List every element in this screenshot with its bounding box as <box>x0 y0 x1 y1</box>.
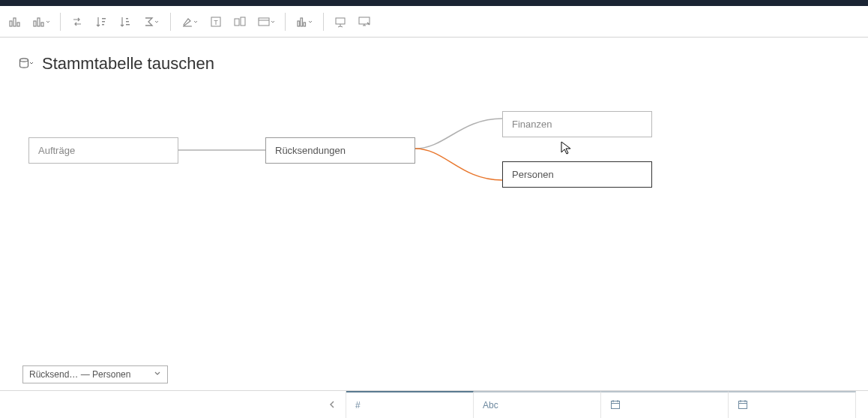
toolbar: T <box>0 6 868 38</box>
node-label: Personen <box>512 169 554 180</box>
content-area: Stammtabelle tauschen Aufträge Rücksendu… <box>0 38 868 359</box>
toolbar-chart-dropdown-icon[interactable] <box>28 11 54 32</box>
chevron-down-icon <box>154 369 161 380</box>
toolbar-sigma-icon[interactable] <box>139 11 164 32</box>
svg-rect-3 <box>34 21 36 26</box>
grid-col-date[interactable] <box>729 391 856 418</box>
grid-col-number[interactable]: # <box>346 391 474 418</box>
svg-rect-26 <box>612 401 620 408</box>
svg-rect-2 <box>17 23 19 26</box>
svg-rect-8 <box>102 24 104 26</box>
toolbar-presentation-icon[interactable] <box>330 11 351 32</box>
svg-rect-0 <box>10 21 12 26</box>
svg-rect-1 <box>13 18 16 26</box>
toolbar-highlight-icon[interactable] <box>177 11 202 32</box>
toolbar-sort-desc-icon[interactable] <box>115 11 136 32</box>
data-grid-header: # Abc <box>0 390 868 418</box>
toolbar-separator <box>285 13 286 31</box>
page-title: Stammtabelle tauschen <box>42 54 214 74</box>
node-label: Rücksendungen <box>275 145 346 156</box>
toolbar-sort-asc-icon[interactable] <box>91 11 112 32</box>
text-type-icon: Abc <box>483 400 498 410</box>
toolbar-chart-add-icon[interactable] <box>4 11 25 32</box>
svg-rect-19 <box>298 21 300 26</box>
chevron-left-icon <box>329 400 335 409</box>
database-icon[interactable] <box>18 56 33 71</box>
svg-rect-16 <box>241 17 245 26</box>
calendar-icon <box>738 399 748 412</box>
node-label: Finanzen <box>512 119 552 130</box>
svg-rect-4 <box>37 18 40 26</box>
svg-rect-7 <box>102 21 105 23</box>
window-titlebar <box>0 0 868 6</box>
svg-rect-9 <box>126 18 128 20</box>
node-label: Aufträge <box>38 145 75 156</box>
grid-col-text[interactable]: Abc <box>474 391 601 418</box>
toolbar-text-icon[interactable]: T <box>205 11 226 32</box>
relation-selector-dropdown[interactable]: Rücksend… — Personen <box>22 365 168 383</box>
toolbar-swap-icon[interactable] <box>67 11 88 32</box>
number-type-icon: # <box>355 400 361 410</box>
grid-row-header[interactable] <box>0 391 346 418</box>
toolbar-group-icon[interactable] <box>229 11 250 32</box>
svg-rect-17 <box>259 18 269 26</box>
toolbar-monitor-icon[interactable] <box>354 11 375 32</box>
svg-rect-6 <box>102 18 106 20</box>
toolbar-fit-icon[interactable] <box>292 11 317 32</box>
node-orders[interactable]: Aufträge <box>28 137 178 164</box>
svg-text:T: T <box>214 19 218 26</box>
node-returns[interactable]: Rücksendungen <box>265 137 415 164</box>
svg-rect-22 <box>336 18 345 24</box>
svg-rect-10 <box>126 21 129 23</box>
svg-point-24 <box>20 59 28 62</box>
svg-rect-11 <box>126 24 130 26</box>
svg-rect-21 <box>304 23 306 26</box>
svg-rect-5 <box>41 23 43 26</box>
toolbar-separator <box>170 13 171 31</box>
node-people[interactable]: Personen <box>502 161 652 188</box>
relation-canvas[interactable]: Aufträge Rücksendungen Finanzen Personen <box>0 74 868 359</box>
calendar-icon <box>610 399 621 412</box>
svg-rect-20 <box>301 18 303 26</box>
grid-col-date[interactable] <box>601 391 729 418</box>
node-finance[interactable]: Finanzen <box>502 111 652 137</box>
svg-rect-30 <box>739 401 747 408</box>
relation-selector-label: Rücksend… — Personen <box>29 369 130 380</box>
toolbar-separator <box>60 13 61 31</box>
toolbar-separator <box>323 13 324 31</box>
svg-rect-15 <box>235 19 239 26</box>
toolbar-layout-icon[interactable] <box>253 11 279 32</box>
